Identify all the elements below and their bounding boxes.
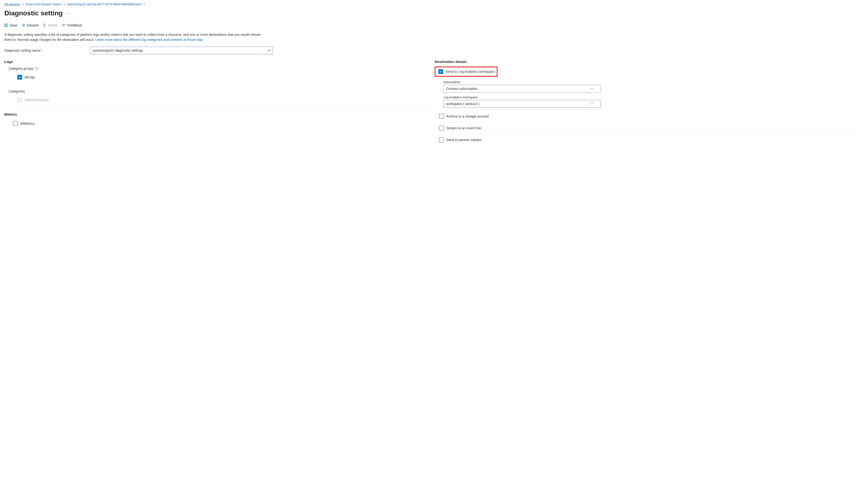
trash-icon: [43, 23, 46, 27]
stream-eventhub-row: Stream to an event hub: [435, 122, 863, 134]
logs-heading: Logs: [4, 60, 432, 64]
workspace-select[interactable]: workspace ( westus2 ): [443, 100, 601, 108]
all-metrics-checkbox[interactable]: [13, 121, 18, 126]
setting-name-label-text: Diagnostic setting name: [4, 49, 40, 52]
required-indicator: *: [41, 49, 42, 52]
save-icon: [4, 23, 8, 27]
save-label: Save: [10, 23, 17, 27]
chevron-down-icon: [590, 87, 593, 90]
feedback-label: Feedback: [67, 23, 82, 27]
divider: [9, 129, 432, 130]
all-logs-checkbox[interactable]: [17, 75, 22, 79]
delivery-failures-checkbox: [17, 98, 22, 103]
right-column: Destination details Send to Log Analytic…: [432, 60, 863, 146]
subscription-label: Subscription: [443, 80, 863, 84]
all-logs-label: allLogs: [24, 75, 35, 79]
archive-storage-label: Archive to a storage account: [446, 115, 489, 118]
breadcrumb-topic[interactable]: topic01stg-811a624a-8a77-437e-89de-dfeb5…: [67, 2, 142, 6]
learn-more-link[interactable]: Learn more about the different log categ…: [95, 38, 203, 42]
left-column: Logs Category groups i allLogs Categorie…: [4, 60, 432, 146]
archive-storage-row: Archive to a storage account: [435, 110, 863, 122]
send-la-label: Send to Log Analytics workspace: [446, 70, 495, 74]
setting-name-label: Diagnostic setting name*: [4, 49, 86, 52]
categories-text: Categories: [9, 89, 25, 93]
send-partner-checkbox[interactable]: [439, 138, 444, 142]
divider: [13, 86, 432, 86]
close-icon: [22, 23, 25, 27]
description: A diagnostic setting specifies a list of…: [4, 32, 269, 42]
all-metrics-row: AllMetrics: [13, 119, 432, 128]
page-title-row: Diagnostic setting ⋯: [4, 9, 863, 17]
workspace-value: workspace ( westus2 ): [446, 102, 479, 106]
main-columns: Logs Category groups i allLogs Categorie…: [4, 60, 863, 146]
chevron-right-icon: >: [22, 2, 24, 6]
check-icon: [267, 49, 271, 53]
subscription-value: Contoso subscription: [446, 87, 478, 90]
page-title: Diagnostic setting: [4, 9, 63, 17]
breadcrumb-event-grid[interactable]: Event Grid System Topics: [26, 2, 62, 6]
all-logs-row: allLogs: [17, 73, 432, 82]
workspace-label: Log Analytics workspace: [443, 95, 863, 99]
category-groups-section: Category groups i allLogs: [9, 67, 432, 82]
chevron-right-icon: >: [63, 2, 65, 6]
chevron-down-icon: [590, 102, 593, 106]
discard-button[interactable]: Discard: [22, 23, 38, 27]
highlight-send-la: Send to Log Analytics workspace: [435, 67, 497, 77]
feedback-button[interactable]: Feedback: [62, 23, 82, 27]
more-actions-button[interactable]: ⋯: [66, 11, 70, 16]
metrics-heading: Metrics: [4, 112, 432, 116]
breadcrumb: All services > Event Grid System Topics …: [4, 2, 863, 6]
toolbar: Save Discard Delete Feedback: [4, 23, 863, 29]
setting-name-input-wrap: [90, 47, 272, 54]
setting-name-row: Diagnostic setting name*: [4, 47, 863, 54]
stream-eventhub-label: Stream to an event hub: [446, 126, 481, 130]
la-fields: Subscription Contoso subscription Log An…: [443, 80, 863, 108]
archive-storage-checkbox[interactable]: [439, 114, 444, 119]
all-metrics-label: AllMetrics: [20, 122, 35, 126]
stream-eventhub-checkbox[interactable]: [439, 126, 444, 130]
divider: [435, 78, 863, 78]
svg-point-0: [63, 24, 64, 25]
subscription-select[interactable]: Contoso subscription: [443, 85, 601, 93]
category-groups-text: Category groups: [9, 67, 34, 71]
delete-button: Delete: [43, 23, 57, 27]
setting-name-input[interactable]: [90, 47, 272, 54]
destination-heading: Destination details: [435, 60, 863, 64]
feedback-icon: [62, 23, 66, 27]
delivery-failures-label: DeliveryFailures: [24, 98, 49, 102]
save-button[interactable]: Save: [4, 23, 17, 27]
categories-section: Categories DeliveryFailures: [9, 89, 432, 104]
delete-label: Delete: [48, 23, 57, 27]
chevron-right-icon: >: [143, 2, 145, 6]
breadcrumb-all-services[interactable]: All services: [4, 2, 20, 6]
category-groups-label: Category groups i: [9, 67, 432, 71]
info-icon[interactable]: i: [35, 67, 39, 70]
discard-label: Discard: [27, 23, 38, 27]
delivery-failures-row: DeliveryFailures: [17, 96, 432, 104]
categories-label: Categories: [9, 89, 432, 93]
send-la-checkbox[interactable]: [438, 69, 443, 74]
send-partner-row: Send to partner solution: [435, 134, 863, 146]
send-partner-label: Send to partner solution: [446, 138, 482, 142]
